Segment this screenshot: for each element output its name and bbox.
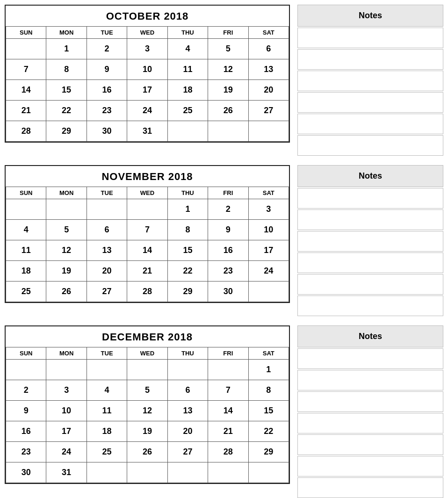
calendar-week-row: 14151617181920 [6, 80, 289, 101]
calendar-day: 6 [87, 220, 127, 240]
notes-line[interactable] [297, 71, 443, 91]
calendar-table-october: SUNMONTUEWEDTHUFRISAT1234567891011121314… [6, 26, 289, 142]
calendar-day [46, 360, 87, 380]
calendar-day: 11 [167, 59, 208, 80]
day-header: MON [46, 347, 87, 360]
calendar-day: 26 [127, 442, 167, 462]
calendar-day [87, 360, 127, 380]
calendar-day: 7 [208, 380, 248, 401]
calendar-day: 22 [248, 421, 289, 442]
calendar-day: 18 [87, 421, 127, 442]
notes-line[interactable] [297, 231, 443, 252]
calendar-day: 1 [167, 199, 208, 220]
calendar-day: 4 [6, 220, 46, 240]
calendar-day: 8 [248, 380, 289, 401]
calendar-day: 17 [46, 421, 87, 442]
calendar-day: 16 [87, 80, 127, 101]
day-header: WED [127, 347, 167, 360]
day-header: FRI [208, 347, 248, 360]
notes-line[interactable] [297, 28, 443, 48]
calendar-day: 31 [127, 121, 167, 142]
calendar-day: 2 [208, 199, 248, 220]
calendar-title-october: OCTOBER 2018 [6, 6, 289, 26]
calendar-week-row: 16171819202122 [6, 421, 289, 442]
notes-line[interactable] [297, 296, 443, 316]
calendar-day: 27 [87, 281, 127, 302]
notes-line[interactable] [297, 114, 443, 134]
notes-line[interactable] [297, 391, 443, 412]
calendar-week-row: 1 [6, 360, 289, 380]
calendar-day: 23 [87, 101, 127, 121]
calendar-day: 28 [6, 121, 46, 142]
notes-lines-december [297, 348, 443, 498]
notes-line[interactable] [297, 370, 443, 390]
calendar-day: 6 [248, 39, 289, 59]
notes-line[interactable] [297, 477, 443, 498]
calendar-week-row: 3031 [6, 462, 289, 483]
calendar-day: 5 [127, 380, 167, 401]
calendar-day: 22 [167, 261, 208, 281]
calendar-day [208, 360, 248, 380]
calendar-day [167, 360, 208, 380]
calendar-day: 2 [6, 380, 46, 401]
day-header: TUE [87, 187, 127, 199]
calendar-week-row: 123 [6, 199, 289, 220]
calendar-december: DECEMBER 2018SUNMONTUEWEDTHUFRISAT123456… [5, 325, 290, 484]
notes-line[interactable] [297, 92, 443, 113]
calendar-day [127, 360, 167, 380]
calendar-day: 19 [127, 421, 167, 442]
calendar-day: 7 [6, 59, 46, 80]
calendar-day [248, 281, 289, 302]
notes-line[interactable] [297, 188, 443, 209]
calendar-day: 4 [167, 39, 208, 59]
calendar-day: 29 [248, 442, 289, 462]
notes-line[interactable] [297, 413, 443, 433]
calendar-day: 19 [46, 261, 87, 281]
notes-line[interactable] [297, 274, 443, 295]
notes-line[interactable] [297, 456, 443, 476]
calendar-day [248, 121, 289, 142]
calendar-week-row: 2345678 [6, 380, 289, 401]
calendar-day: 10 [248, 220, 289, 240]
calendar-day: 18 [6, 261, 46, 281]
notes-line[interactable] [297, 348, 443, 369]
notes-block-december: Notes [297, 325, 443, 498]
day-header: SAT [248, 27, 289, 39]
calendar-day: 20 [87, 261, 127, 281]
notes-header-december: Notes [297, 325, 443, 347]
calendar-day: 9 [87, 59, 127, 80]
calendar-day: 25 [87, 442, 127, 462]
calendar-day: 7 [127, 220, 167, 240]
notes-line[interactable] [297, 135, 443, 156]
day-header: SUN [6, 27, 46, 39]
calendar-day: 24 [248, 261, 289, 281]
calendar-day: 18 [167, 80, 208, 101]
calendar-day: 13 [87, 240, 127, 261]
calendar-day: 27 [248, 101, 289, 121]
notes-line[interactable] [297, 253, 443, 273]
calendar-day: 21 [6, 101, 46, 121]
notes-line[interactable] [297, 49, 443, 70]
calendar-day: 6 [167, 380, 208, 401]
day-header: TUE [87, 27, 127, 39]
calendar-day [87, 462, 127, 483]
calendar-week-row: 9101112131415 [6, 401, 289, 421]
calendar-day: 4 [87, 380, 127, 401]
calendar-day: 13 [167, 401, 208, 421]
calendar-day [167, 121, 208, 142]
calendar-day: 29 [167, 281, 208, 302]
calendar-day: 12 [46, 240, 87, 261]
calendar-week-row: 28293031 [6, 121, 289, 142]
calendar-day: 10 [127, 59, 167, 80]
calendar-table-december: SUNMONTUEWEDTHUFRISAT1234567891011121314… [6, 347, 289, 483]
calendar-day: 21 [208, 421, 248, 442]
calendar-day [6, 39, 46, 59]
calendar-day: 9 [6, 401, 46, 421]
notes-line[interactable] [297, 434, 443, 455]
calendar-day: 21 [127, 261, 167, 281]
calendar-day: 24 [46, 442, 87, 462]
calendar-day: 14 [127, 240, 167, 261]
calendar-day: 15 [167, 240, 208, 261]
calendar-day: 12 [208, 59, 248, 80]
notes-line[interactable] [297, 209, 443, 230]
